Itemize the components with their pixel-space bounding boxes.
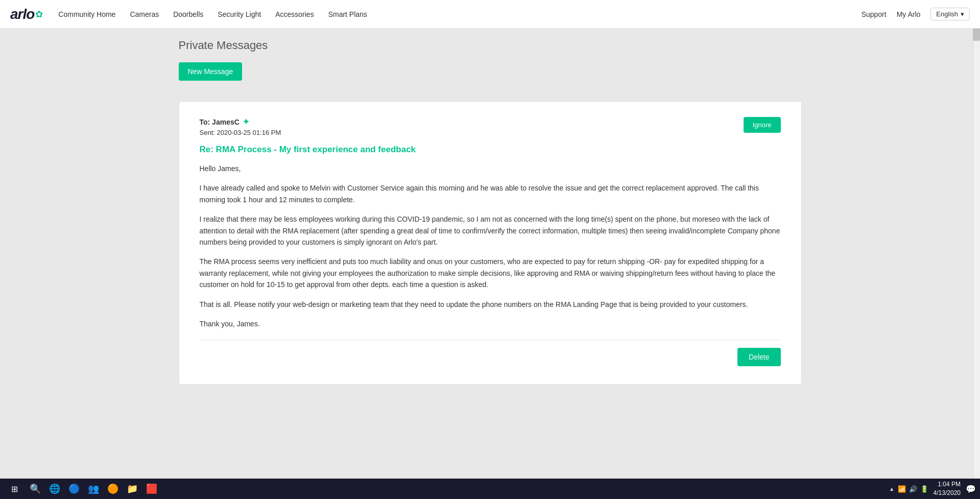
nav-cameras[interactable]: Cameras <box>130 10 159 18</box>
message-body: Hello James, I have already called and s… <box>200 163 781 329</box>
taskbar-clock[interactable]: 1:04 PM 4/13/2020 <box>934 480 961 497</box>
message-paragraph-2: I realize that there may be less employe… <box>200 213 781 248</box>
taskbar-right: ▲ 📶 🔊 🔋 1:04 PM 4/13/2020 💬 <box>889 480 976 497</box>
taskbar-teams-icon[interactable]: 👥 <box>85 480 102 497</box>
taskbar-date-display: 4/13/2020 <box>934 489 961 497</box>
message-meta-left: To: JamesC ✦ Sent: 2020-03-25 01:16 PM <box>200 117 281 136</box>
teams-icon: 👥 <box>88 483 99 494</box>
main-content: Private Messages New Message To: JamesC … <box>158 29 822 405</box>
start-button[interactable]: ⊞ <box>4 481 25 497</box>
notification-icon[interactable]: 💬 <box>966 484 976 494</box>
message-paragraph-4: That is all. Please notify your web-desi… <box>200 299 781 310</box>
message-subject: Re: RMA Process - My first experience an… <box>200 145 781 155</box>
windows-icon: ⊞ <box>11 484 18 494</box>
message-footer: Delete <box>200 340 781 369</box>
taskbar-chrome-icon[interactable]: 🔵 <box>65 480 83 497</box>
recipient-label: To: JamesC <box>200 118 240 126</box>
my-arlo-link[interactable]: My Arlo <box>897 10 921 18</box>
nav-accessories[interactable]: Accessories <box>275 10 314 18</box>
page-title: Private Messages <box>179 39 802 52</box>
taskbar-browser-icon[interactable]: 🟠 <box>104 480 122 497</box>
navbar-right: Support My Arlo English ▾ <box>862 8 970 20</box>
message-card: To: JamesC ✦ Sent: 2020-03-25 01:16 PM I… <box>179 101 802 385</box>
taskbar-files-icon[interactable]: 📁 <box>124 480 141 497</box>
message-meta: To: JamesC ✦ Sent: 2020-03-25 01:16 PM I… <box>200 117 781 136</box>
pdf-icon: 🟥 <box>146 483 157 494</box>
edge-icon: 🌐 <box>49 483 60 494</box>
taskbar-search-icon[interactable]: 🔍 <box>27 480 44 497</box>
logo-icon: ✿ <box>35 9 43 20</box>
network-icon: 📶 <box>898 485 906 493</box>
folder-icon: 📁 <box>127 483 138 494</box>
browser-icon: 🟠 <box>107 483 118 494</box>
chevron-down-icon: ▾ <box>961 10 964 18</box>
message-greeting: Hello James, <box>200 163 781 174</box>
new-message-button[interactable]: New Message <box>179 62 243 81</box>
nav-security-light[interactable]: Security Light <box>218 10 261 18</box>
message-paragraph-1: I have already called and spoke to Melvi… <box>200 182 781 205</box>
volume-icon: 🔊 <box>909 485 917 493</box>
message-sent: Sent: 2020-03-25 01:16 PM <box>200 129 281 136</box>
chrome-icon: 🔵 <box>68 483 80 494</box>
delete-button[interactable]: Delete <box>737 348 780 366</box>
message-to: To: JamesC ✦ <box>200 117 281 127</box>
nav-doorbells[interactable]: Doorbells <box>173 10 203 18</box>
logo[interactable]: arlo✿ <box>10 6 43 22</box>
taskbar-sys-icons: ▲ 📶 🔊 🔋 <box>889 485 928 493</box>
taskbar-pdf-icon[interactable]: 🟥 <box>143 480 160 497</box>
nav-community-home[interactable]: Community Home <box>58 10 115 18</box>
message-closing: Thank you, James. <box>200 318 781 329</box>
message-paragraph-3: The RMA process seems very inefficient a… <box>200 256 781 290</box>
navbar: arlo✿ Community Home Cameras Doorbells S… <box>0 0 980 29</box>
main-nav: Community Home Cameras Doorbells Securit… <box>58 10 861 18</box>
taskbar-time-display: 1:04 PM <box>934 480 961 489</box>
scrollbar[interactable] <box>973 0 980 499</box>
taskbar: ⊞ 🔍 🌐 🔵 👥 🟠 📁 🟥 ▲ 📶 🔊 🔋 1:04 PM 4/13/202… <box>0 479 980 499</box>
taskbar-edge-icon[interactable]: 🌐 <box>46 480 63 497</box>
battery-icon: 🔋 <box>920 485 928 493</box>
nav-smart-plans[interactable]: Smart Plans <box>328 10 367 18</box>
up-arrow-icon: ▲ <box>889 486 895 492</box>
recipient-icon: ✦ <box>243 117 249 127</box>
search-icon: 🔍 <box>30 483 41 494</box>
ignore-button[interactable]: Ignore <box>744 117 781 133</box>
language-label: English <box>936 10 958 18</box>
support-link[interactable]: Support <box>862 10 887 18</box>
logo-text: arlo <box>10 6 34 22</box>
language-selector[interactable]: English ▾ <box>930 8 970 20</box>
